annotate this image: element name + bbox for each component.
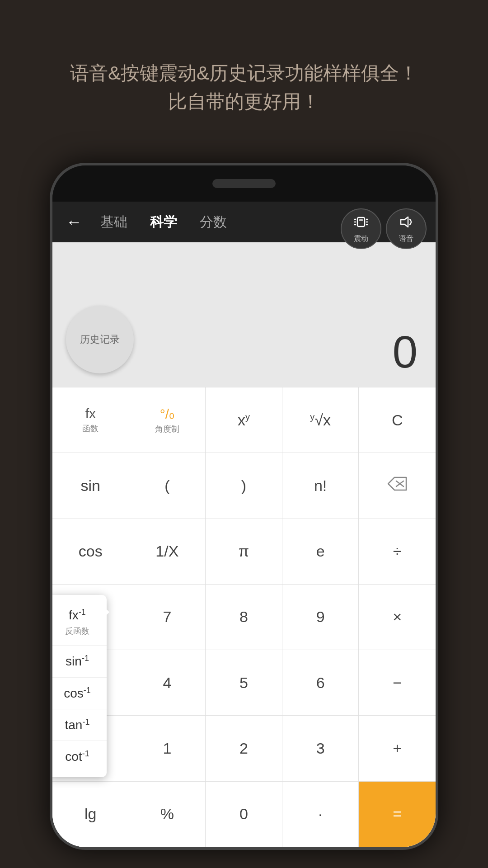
menu-item-cos-inverse[interactable]: cos-1 xyxy=(50,678,107,709)
key-0[interactable]: 0 xyxy=(206,782,282,847)
side-menu: fx-1反函数 sin-1 cos-1 tan-1 cot-1 xyxy=(50,595,107,777)
calculator-keyboard: fx 函数 °/₀ 角度制 xy y√x C sin ( xyxy=(52,387,436,847)
vibrate-button[interactable]: 震动 xyxy=(341,208,381,249)
key-nthroot[interactable]: y√x xyxy=(282,387,359,453)
phone-top xyxy=(52,165,436,202)
promo-line2: 比自带的更好用！ xyxy=(0,87,488,116)
key-factorial[interactable]: n! xyxy=(282,453,359,519)
svg-rect-1 xyxy=(359,219,363,221)
promo-line1: 语音&按键震动&历史记录功能样样俱全！ xyxy=(0,59,488,87)
key-decimal[interactable]: · xyxy=(282,782,359,847)
display-value: 0 xyxy=(392,326,418,378)
key-degree[interactable]: °/₀ 角度制 xyxy=(129,387,206,453)
key-fx[interactable]: fx 函数 xyxy=(52,387,129,453)
key-euler[interactable]: e xyxy=(282,519,359,585)
key-3[interactable]: 3 xyxy=(282,716,359,781)
phone-frame: ← 基础 科学 分数 xyxy=(50,163,438,850)
sound-label: 语音 xyxy=(399,234,413,244)
popup-buttons: 震动 语音 xyxy=(341,208,427,249)
calculator-display: 历史记录 0 xyxy=(52,242,436,387)
key-open-paren[interactable]: ( xyxy=(129,453,206,519)
sound-icon xyxy=(398,214,414,233)
key-percent[interactable]: % xyxy=(129,782,206,847)
tab-science[interactable]: 科学 xyxy=(150,213,177,231)
key-multiply[interactable]: × xyxy=(359,585,436,650)
calculator-nav: ← 基础 科学 分数 xyxy=(52,202,436,242)
phone-speaker xyxy=(212,179,276,188)
key-close-paren[interactable]: ) xyxy=(206,453,282,519)
key-divide[interactable]: ÷ xyxy=(359,519,436,585)
key-sin[interactable]: sin xyxy=(52,453,129,519)
key-5[interactable]: 5 xyxy=(206,650,282,716)
key-1[interactable]: 1 xyxy=(129,716,206,781)
key-8[interactable]: 8 xyxy=(206,585,282,650)
key-2[interactable]: 2 xyxy=(206,716,282,781)
key-lg[interactable]: lg xyxy=(52,782,129,847)
vibrate-label: 震动 xyxy=(354,234,368,244)
vibrate-icon xyxy=(353,214,369,233)
key-6[interactable]: 6 xyxy=(282,650,359,716)
key-add[interactable]: + xyxy=(359,716,436,781)
history-label: 历史记录 xyxy=(80,333,120,346)
key-backspace[interactable] xyxy=(359,453,436,519)
key-power[interactable]: xy xyxy=(206,387,282,453)
key-9[interactable]: 9 xyxy=(282,585,359,650)
menu-item-tan-inverse[interactable]: tan-1 xyxy=(50,709,107,741)
promo-text: 语音&按键震动&历史记录功能样样俱全！ 比自带的更好用！ xyxy=(0,59,488,116)
back-button[interactable]: ← xyxy=(66,212,82,231)
menu-item-cot-inverse[interactable]: cot-1 xyxy=(50,741,107,772)
sound-button[interactable]: 语音 xyxy=(386,208,427,249)
key-7[interactable]: 7 xyxy=(129,585,206,650)
key-pi[interactable]: π xyxy=(206,519,282,585)
key-4[interactable]: 4 xyxy=(129,650,206,716)
svg-rect-0 xyxy=(357,217,365,226)
calculator-app: ← 基础 科学 分数 xyxy=(52,202,436,847)
key-clear[interactable]: C xyxy=(359,387,436,453)
key-reciprocal[interactable]: 1/X xyxy=(129,519,206,585)
svg-marker-8 xyxy=(401,217,408,227)
tab-fraction[interactable]: 分数 xyxy=(200,213,227,231)
menu-item-fx-inverse[interactable]: fx-1反函数 xyxy=(50,599,107,646)
history-button[interactable]: 历史记录 xyxy=(66,306,134,373)
key-equals[interactable]: = xyxy=(359,782,436,847)
key-subtract[interactable]: − xyxy=(359,650,436,716)
key-cos[interactable]: cos xyxy=(52,519,129,585)
tab-basic[interactable]: 基础 xyxy=(100,213,127,231)
menu-item-sin-inverse[interactable]: sin-1 xyxy=(50,646,107,677)
